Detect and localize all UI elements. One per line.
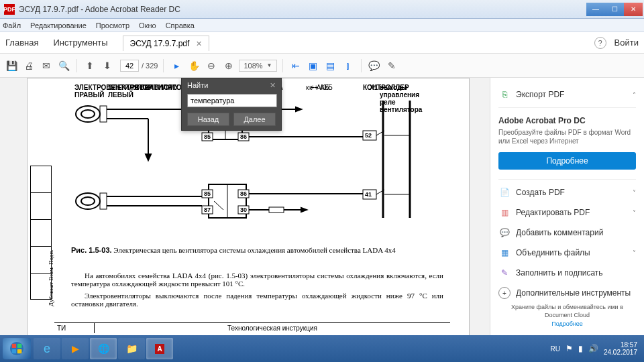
page-up-icon[interactable]: ⬆	[83, 58, 97, 73]
windows-icon	[9, 341, 24, 356]
svg-text:41: 41	[365, 191, 372, 198]
find-title: Найти ✕	[182, 78, 281, 93]
svg-rect-53	[17, 349, 21, 353]
layout2-icon[interactable]: ⫿	[341, 58, 356, 73]
create-label: Создать PDF	[516, 188, 565, 197]
task-ie[interactable]: e	[34, 338, 60, 359]
print-icon[interactable]: 🖨	[21, 58, 36, 73]
create-icon: 📄	[498, 186, 511, 198]
chevron-down-icon: ˅	[633, 209, 636, 217]
svg-marker-36	[301, 208, 307, 212]
create-pdf-row[interactable]: 📄Создать PDF˅	[498, 182, 636, 202]
footer-text: Технологическая инструкция	[95, 323, 450, 333]
fit-width-icon[interactable]: ⇤	[288, 58, 303, 73]
hand-icon[interactable]: ✋	[186, 58, 201, 73]
window-titlebar: PDF ЭСУД 17.9.7.pdf - Adobe Acrobat Read…	[0, 0, 644, 19]
toolbar: 💾 🖨 ✉ 🔍 ⬆ ⬇ / 329 ▸ ✋ ⊖ ⊕ 108% ▼ ⇤ ▣ ▤ ⫿…	[0, 54, 644, 78]
svg-text:86: 86	[240, 190, 247, 197]
svg-text:85: 85	[204, 133, 211, 140]
network-icon[interactable]: ▮	[578, 344, 583, 353]
more-button[interactable]: Подробнее	[498, 152, 636, 170]
menu-window[interactable]: Окно	[139, 21, 156, 29]
menu-help[interactable]: Справка	[166, 21, 195, 29]
search-icon[interactable]: 🔍	[56, 58, 71, 73]
addtools-row[interactable]: +Дополнительные инструменты	[498, 283, 636, 303]
save-icon[interactable]: 💾	[4, 58, 19, 73]
minimize-button[interactable]: —	[586, 3, 605, 16]
svg-point-0	[76, 106, 100, 122]
flag-icon[interactable]: ⚑	[566, 344, 573, 353]
mail-icon[interactable]: ✉	[39, 58, 54, 73]
svg-text:30: 30	[240, 206, 247, 213]
fill-label: Заполнить и подписать	[516, 268, 603, 278]
export-icon: ⎘	[498, 88, 511, 101]
tabbar: Главная Инструменты ЭСУД 17.9.7.pdf ✕ ? …	[0, 32, 644, 54]
task-chrome[interactable]: 🌐	[90, 338, 117, 359]
cloud-text: Храните файлы и обменивайтесь ими в Docu…	[511, 304, 623, 318]
sound-icon[interactable]: 🔊	[588, 344, 598, 353]
find-back-button[interactable]: Назад	[187, 113, 229, 126]
zoom-out-icon[interactable]: ⊖	[204, 58, 219, 73]
edit-pdf-row[interactable]: ▥Редактировать PDF˅	[498, 202, 636, 223]
start-button[interactable]	[3, 338, 31, 359]
svg-point-3	[76, 193, 100, 209]
find-input[interactable]	[187, 94, 277, 107]
fill-icon: ✎	[498, 267, 511, 279]
fit-page-icon[interactable]: ▣	[306, 58, 321, 73]
find-bar: Найти ✕ Назад Далее	[181, 78, 282, 131]
page-total: / 329	[142, 62, 158, 70]
export-pdf-row[interactable]: ⎘ Экспорт PDF ˄	[498, 84, 636, 105]
menu-file[interactable]: Файл	[3, 21, 21, 29]
pro-title: Adobe Acrobat Pro DC	[498, 116, 636, 125]
svg-point-1	[81, 110, 95, 118]
window-title: ЭСУД 17.9.7.pdf - Adobe Acrobat Reader D…	[19, 5, 586, 14]
svg-line-32	[214, 201, 223, 210]
find-close-icon[interactable]: ✕	[270, 81, 276, 90]
menubar: Файл Редактирование Просмотр Окно Справк…	[0, 19, 644, 32]
document-pane[interactable]: Найти ✕ Назад Далее Дубликат Взам. Подп.	[0, 78, 490, 335]
zoom-in-icon[interactable]: ⊕	[221, 58, 236, 73]
cloud-promo: Храните файлы и обменивайтесь ими в Docu…	[498, 304, 636, 328]
select-icon[interactable]: ▸	[169, 58, 184, 73]
tab-tools[interactable]: Инструменты	[53, 38, 107, 48]
page-input[interactable]	[120, 60, 139, 72]
paragraph-2: Электровентиляторы выключаются после пад…	[71, 292, 443, 308]
menu-view[interactable]: Просмотр	[96, 21, 129, 29]
svg-rect-2	[100, 106, 107, 122]
help-icon[interactable]: ?	[594, 37, 606, 49]
edit-icon: ▥	[498, 206, 511, 219]
page-down-icon[interactable]: ⬇	[100, 58, 115, 73]
maximize-button[interactable]: ☐	[605, 3, 624, 16]
comment-row[interactable]: 💬Добавить комментарий	[498, 223, 636, 243]
comment-icon[interactable]: 💬	[367, 58, 382, 73]
tray-clock[interactable]: 18:57 24.02.2017	[604, 341, 637, 356]
label-x1: X1	[370, 84, 378, 91]
svg-rect-34	[269, 207, 284, 213]
svg-rect-51	[17, 344, 21, 348]
layout1-icon[interactable]: ▤	[323, 58, 338, 73]
window-controls: — ☐ ✕	[586, 3, 643, 16]
tray-lang[interactable]: RU	[550, 345, 559, 353]
addtools-label: Дополнительные инструменты	[516, 288, 631, 298]
sign-icon[interactable]: ✎	[384, 58, 399, 73]
tab-home[interactable]: Главная	[5, 38, 38, 48]
tab-close-icon[interactable]: ✕	[196, 40, 202, 48]
fill-row[interactable]: ✎Заполнить и подписать	[498, 263, 636, 283]
label-akb2: к + АКБ	[309, 84, 333, 91]
comment-icon: 💬	[498, 227, 511, 239]
svg-point-4	[81, 197, 95, 205]
menu-edit[interactable]: Редактирование	[30, 21, 87, 29]
edit-label: Редактировать PDF	[516, 208, 590, 217]
cloud-link[interactable]: Подробнее	[498, 320, 636, 328]
combine-row[interactable]: ▦Объединить файлы˅	[498, 243, 636, 263]
task-acrobat[interactable]: А	[146, 338, 173, 359]
close-button[interactable]: ✕	[624, 3, 643, 16]
zoom-select[interactable]: 108% ▼	[239, 60, 276, 72]
find-next-button[interactable]: Далее	[233, 113, 276, 126]
chevron-down-icon: ˅	[633, 189, 636, 196]
task-explorer[interactable]: 📁	[118, 338, 145, 359]
task-media[interactable]: ▶	[62, 338, 89, 359]
plus-icon: +	[498, 287, 511, 299]
tab-document[interactable]: ЭСУД 17.9.7.pdf ✕	[123, 36, 210, 51]
login-button[interactable]: Войти	[614, 38, 639, 48]
